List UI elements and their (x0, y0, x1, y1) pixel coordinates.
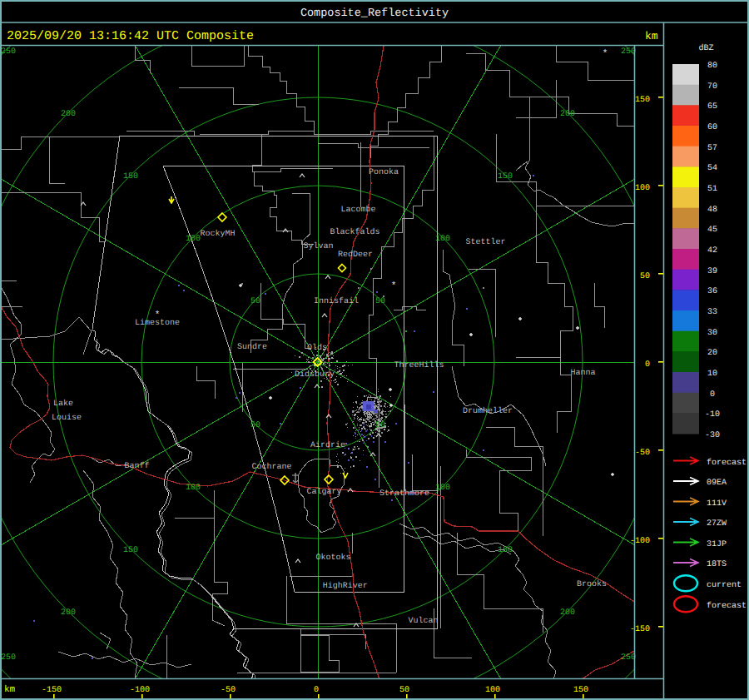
svg-text:45: 45 (707, 226, 717, 235)
svg-text:km: km (645, 30, 658, 42)
svg-text:150: 150 (123, 546, 138, 555)
svg-text:50: 50 (375, 421, 385, 430)
svg-text:dBZ: dBZ (699, 43, 714, 53)
svg-text:-100: -100 (130, 686, 150, 695)
svg-text:Didsbury: Didsbury (295, 370, 335, 380)
svg-text:Brooks: Brooks (577, 579, 607, 589)
svg-text:80: 80 (707, 62, 717, 71)
svg-text:Ponoka: Ponoka (369, 167, 399, 177)
svg-text:150: 150 (573, 686, 588, 695)
svg-text:200: 200 (560, 110, 575, 119)
svg-text:09EA: 09EA (707, 479, 727, 488)
svg-text:Hanna: Hanna (570, 369, 595, 378)
svg-text:Calgary: Calgary (306, 487, 341, 497)
svg-text:20: 20 (707, 349, 717, 358)
svg-text:-100: -100 (630, 537, 650, 546)
svg-text:Sylvan: Sylvan (303, 241, 333, 251)
svg-text:0: 0 (314, 686, 319, 695)
svg-text:111V: 111V (707, 499, 727, 509)
svg-text:0: 0 (645, 360, 650, 370)
svg-text:-10: -10 (705, 410, 720, 420)
svg-text:150: 150 (123, 172, 138, 181)
svg-text:forecast: forecast (707, 601, 747, 611)
svg-text:Stettler: Stettler (465, 237, 505, 247)
svg-text:27ZW: 27ZW (707, 519, 727, 529)
svg-text:50: 50 (640, 272, 650, 281)
svg-text:Louise: Louise (52, 413, 82, 423)
svg-text:250: 250 (621, 47, 636, 57)
svg-text:50: 50 (375, 297, 385, 306)
svg-text:250: 250 (621, 653, 636, 663)
svg-text:42: 42 (707, 246, 717, 256)
svg-text:10: 10 (707, 370, 717, 379)
svg-text:Okotoks: Okotoks (315, 553, 350, 563)
svg-text:forecast: forecast (707, 458, 747, 468)
svg-text:50: 50 (399, 686, 409, 695)
svg-text:57: 57 (707, 144, 717, 153)
svg-text:Drumheller: Drumheller (463, 406, 513, 416)
svg-text:51: 51 (707, 185, 717, 194)
svg-text:*: * (391, 281, 397, 291)
svg-text:200: 200 (560, 608, 575, 618)
svg-text:200: 200 (61, 110, 76, 119)
svg-text:Lacombe: Lacombe (340, 205, 375, 215)
svg-text:100: 100 (435, 235, 450, 244)
svg-text:39: 39 (707, 267, 717, 276)
svg-text:*: * (603, 49, 608, 59)
svg-text:33: 33 (707, 308, 717, 317)
svg-text:RockyMH: RockyMH (200, 229, 235, 239)
svg-text:-150: -150 (630, 625, 650, 634)
svg-text:HighRiver: HighRiver (323, 581, 368, 591)
svg-text:-30: -30 (705, 431, 720, 440)
svg-text:-50: -50 (221, 686, 236, 695)
svg-text:18TS: 18TS (707, 560, 727, 569)
svg-text:Strathmore: Strathmore (379, 489, 429, 499)
svg-text:ThreeHills: ThreeHills (394, 360, 444, 370)
svg-text:100: 100 (435, 484, 450, 493)
svg-text:Lake: Lake (53, 399, 73, 409)
svg-text:Innisfail: Innisfail (314, 296, 359, 306)
svg-text:36: 36 (707, 287, 717, 296)
svg-text:Composite_Reflectivity: Composite_Reflectivity (300, 7, 449, 20)
svg-text:54: 54 (707, 164, 717, 173)
svg-text:-50: -50 (635, 449, 650, 458)
svg-text:Vulcan: Vulcan (408, 616, 438, 626)
svg-text:250: 250 (1, 47, 16, 57)
svg-text:100: 100 (635, 184, 650, 193)
svg-text:Blackfalds: Blackfalds (330, 227, 379, 237)
svg-text:Cochrane: Cochrane (251, 462, 291, 472)
svg-text:48: 48 (707, 206, 717, 215)
svg-text:65: 65 (707, 102, 717, 112)
svg-text:100: 100 (485, 686, 500, 695)
svg-text:km: km (4, 685, 16, 695)
svg-text:50: 50 (250, 297, 260, 306)
svg-text:150: 150 (498, 546, 513, 555)
svg-text:*: * (155, 310, 161, 320)
svg-text:100: 100 (186, 235, 201, 244)
svg-text:70: 70 (707, 82, 717, 92)
svg-text:Sundre: Sundre (237, 342, 267, 352)
svg-text:31JP: 31JP (707, 540, 727, 549)
svg-text:30: 30 (707, 329, 717, 338)
svg-text:Airdrie: Airdrie (310, 440, 345, 450)
svg-text:150: 150 (498, 172, 513, 181)
svg-text:100: 100 (186, 484, 201, 493)
svg-text:250: 250 (1, 653, 16, 663)
svg-text:150: 150 (635, 96, 650, 105)
svg-text:RedDeer: RedDeer (338, 250, 373, 260)
svg-text:Olds: Olds (307, 343, 327, 353)
svg-text:50: 50 (250, 421, 260, 430)
svg-text:current: current (707, 581, 742, 590)
svg-text:0: 0 (710, 390, 715, 400)
svg-text:60: 60 (707, 123, 717, 132)
svg-text:2025/09/20 13:16:42 UTC Compos: 2025/09/20 13:16:42 UTC Composite (7, 29, 254, 43)
svg-text:Banff: Banff (124, 461, 149, 471)
svg-text:200: 200 (61, 608, 76, 618)
svg-text:-150: -150 (42, 686, 62, 695)
